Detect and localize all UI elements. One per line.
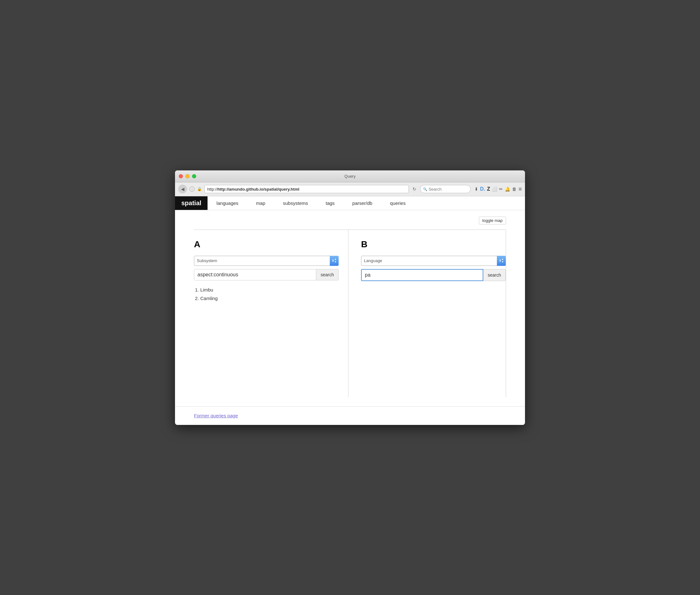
column-b: B Language Subsystem Feature ▲ ▼: [348, 230, 506, 397]
browser-window: Query ◀ i 🔒 http://http://amundo.github.…: [175, 170, 525, 425]
two-column-layout: A Subsystem Language Feature ▲ ▼: [194, 229, 506, 397]
url-bar[interactable]: http://http://amundo.github.io/spatial/q…: [204, 185, 409, 193]
pencil-icon[interactable]: ✏: [499, 187, 503, 192]
extension-icon[interactable]: ⬜: [492, 187, 497, 192]
search-input[interactable]: [429, 187, 460, 192]
nav-link-map[interactable]: map: [247, 196, 274, 210]
col-a-dropdown[interactable]: Subsystem Language Feature: [194, 256, 339, 266]
col-b-heading: B: [361, 239, 506, 250]
col-a-results-list: Limbu Camling: [194, 285, 339, 303]
refresh-icon: ↻: [413, 187, 416, 192]
footer: Former queries page: [175, 406, 525, 425]
col-b-query-row: search: [361, 269, 506, 281]
former-queries-link[interactable]: Former queries page: [194, 413, 238, 418]
nav-bar: spatial languages map subsystems tags pa…: [175, 196, 525, 210]
col-a-dropdown-wrapper: Subsystem Language Feature ▲ ▼: [194, 256, 339, 266]
readability-icon[interactable]: D.: [480, 186, 485, 192]
zotero-icon[interactable]: Z: [487, 186, 490, 192]
col-b-dropdown[interactable]: Language Subsystem Feature: [361, 256, 506, 266]
nav-link-queries[interactable]: queries: [381, 196, 415, 210]
bell-icon[interactable]: 🔔: [505, 187, 510, 192]
close-button[interactable]: [179, 174, 183, 178]
nav-link-tags[interactable]: tags: [317, 196, 343, 210]
nav-link-parserdb[interactable]: parser/db: [343, 196, 381, 210]
browser-search-bar[interactable]: 🔍: [420, 185, 471, 193]
address-bar: ◀ i 🔒 http://http://amundo.github.io/spa…: [175, 182, 525, 196]
col-a-query-row: search: [194, 269, 339, 280]
nav-link-languages[interactable]: languages: [208, 196, 247, 210]
download-icon[interactable]: ⬇: [475, 187, 478, 192]
trash-icon[interactable]: 🗑: [512, 187, 516, 192]
toggle-map-button[interactable]: toggle map: [479, 217, 506, 224]
url-text: http://http://amundo.github.io/spatial/q…: [207, 187, 300, 192]
col-b-query-input[interactable]: [361, 269, 483, 281]
col-a-heading: A: [194, 239, 339, 250]
col-a-search-button[interactable]: search: [316, 270, 338, 280]
nav-brand[interactable]: spatial: [175, 196, 208, 210]
menu-icon[interactable]: ≡: [518, 186, 522, 193]
lock-icon: 🔒: [197, 187, 202, 191]
refresh-button[interactable]: ↻: [411, 186, 418, 192]
traffic-lights: [179, 174, 196, 178]
minimize-button[interactable]: [185, 174, 189, 178]
column-a: A Subsystem Language Feature ▲ ▼: [194, 230, 348, 397]
toolbar-icons: ⬇ D. Z ⬜ ✏ 🔔 🗑 ≡: [475, 186, 522, 193]
toggle-map-row: toggle map: [194, 217, 506, 224]
col-b-dropdown-wrapper: Language Subsystem Feature ▲ ▼: [361, 256, 506, 266]
list-item: Limbu: [200, 285, 339, 294]
col-a-query-input[interactable]: [194, 270, 316, 280]
list-item: Camling: [200, 294, 339, 303]
title-bar: Query: [175, 170, 525, 182]
main-content: toggle map A Subsystem Language Feature …: [175, 210, 525, 406]
search-icon: 🔍: [423, 187, 427, 191]
info-icon[interactable]: i: [189, 187, 194, 192]
col-b-search-button[interactable]: search: [483, 269, 506, 281]
back-button[interactable]: ◀: [178, 185, 187, 194]
window-title: Query: [344, 174, 355, 179]
back-icon: ◀: [181, 187, 184, 192]
nav-link-subsystems[interactable]: subsystems: [274, 196, 317, 210]
maximize-button[interactable]: [192, 174, 196, 178]
